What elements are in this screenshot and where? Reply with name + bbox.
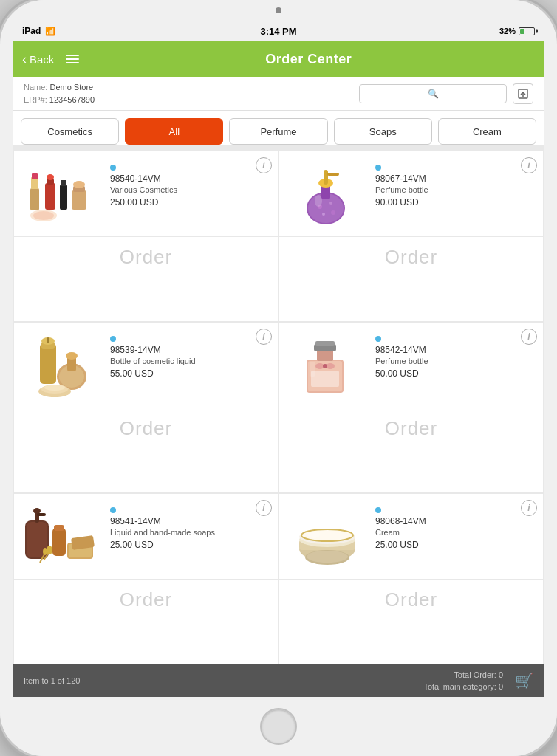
footer-items-count: Item to 1 of 120 [24, 676, 80, 685]
svg-point-69 [308, 531, 320, 538]
svg-point-60 [43, 548, 47, 555]
product-image-cosmetics [21, 159, 103, 233]
total-category-value: 0 [499, 682, 503, 691]
search-area: 🔍 [359, 83, 533, 104]
header-title: Order Center [82, 52, 535, 67]
product-image-perfume-purple [287, 159, 368, 233]
time-display: 3:14 PM [260, 26, 296, 37]
app-header: ‹ Back Order Center [13, 41, 544, 77]
svg-point-24 [331, 210, 335, 215]
svg-rect-19 [324, 170, 328, 185]
products-grid: 98540-14VM Various Cosmetics 250.00 USD … [13, 145, 544, 664]
svg-point-36 [44, 385, 65, 391]
erp-row: ERP#: 1234567890 [24, 94, 95, 106]
back-button[interactable]: ‹ Back [22, 52, 54, 66]
tab-cream[interactable]: Cream [438, 118, 536, 145]
svg-rect-20 [327, 173, 339, 176]
svg-point-68 [307, 551, 348, 563]
product-name-2: Bottle of cosmetic liquid [110, 357, 270, 365]
export-button[interactable] [513, 83, 533, 104]
svg-rect-52 [52, 528, 66, 556]
svg-rect-26 [40, 343, 56, 384]
svg-point-23 [322, 213, 325, 216]
status-bar: iPad 📶 3:14 PM 32% [13, 21, 544, 41]
tablet-top-bar [0, 0, 557, 21]
info-button-1[interactable]: i [521, 157, 537, 173]
product-sku-1: 98067-14VM [375, 173, 536, 184]
status-dot-1 [375, 165, 381, 171]
product-info-5: 98068-14VM Cream 25.00 USD [368, 501, 536, 550]
cart-icon[interactable]: 🛒 [515, 672, 533, 690]
battery-percentage: 32% [499, 27, 516, 35]
info-button-0[interactable]: i [256, 157, 272, 173]
total-order-value: 0 [499, 670, 503, 679]
camera-dot [276, 7, 281, 13]
store-name-row: Name: Demo Store [24, 81, 95, 94]
perfume-pink-svg [298, 334, 357, 400]
svg-point-12 [73, 181, 85, 188]
svg-rect-46 [310, 362, 315, 377]
svg-rect-53 [54, 525, 64, 531]
order-button-5[interactable]: Order [279, 579, 543, 620]
tab-cosmetics[interactable]: Cosmetics [21, 118, 119, 145]
product-info-1: 98067-14VM Perfume bottle 90.00 USD [368, 159, 536, 207]
product-price-2: 55.00 USD [110, 368, 270, 379]
battery-fill [520, 29, 524, 34]
svg-rect-51 [37, 513, 46, 516]
product-sku-3: 98542-14VM [375, 345, 536, 355]
cosmetics-svg [21, 162, 103, 229]
product-image-perfume-pink [287, 330, 368, 404]
status-right: 32% [499, 27, 535, 35]
info-button-2[interactable]: i [256, 329, 272, 345]
total-category-row: Total main category: 0 [423, 681, 503, 693]
product-sku-5: 98068-14VM [375, 516, 536, 526]
order-button-0[interactable]: Order [14, 236, 278, 278]
home-button[interactable] [260, 708, 297, 745]
product-card-top-4: 98541-14VM Liquid and hand-made soaps 25… [14, 494, 278, 579]
svg-rect-8 [60, 185, 67, 210]
order-button-1[interactable]: Order [279, 236, 543, 278]
svg-point-14 [33, 211, 54, 220]
product-card-0: 98540-14VM Various Cosmetics 250.00 USD … [13, 151, 278, 322]
order-button-4[interactable]: Order [14, 579, 278, 620]
perfume-purple-svg [298, 162, 357, 229]
total-order-label: Total Order: [454, 670, 496, 679]
svg-rect-29 [47, 337, 49, 343]
order-button-3[interactable]: Order [279, 408, 543, 449]
product-sku-4: 98541-14VM [110, 516, 270, 526]
app-footer: Item to 1 of 120 Total Order: 0 Total ma… [13, 664, 544, 697]
product-card-4: 98541-14VM Liquid and hand-made soaps 25… [13, 493, 278, 664]
tab-perfume[interactable]: Perfume [229, 118, 327, 145]
info-button-3[interactable]: i [521, 329, 537, 345]
info-button-5[interactable]: i [521, 500, 537, 516]
total-category-label: Total main category: [423, 682, 496, 691]
search-box[interactable]: 🔍 [359, 84, 507, 103]
product-name-5: Cream [375, 528, 536, 537]
svg-rect-4 [32, 173, 38, 179]
tab-soaps[interactable]: Soaps [334, 118, 432, 145]
product-price-3: 50.00 USD [375, 368, 536, 379]
product-info-0: 98540-14VM Various Cosmetics 250.00 USD [103, 159, 270, 207]
export-icon [518, 89, 528, 99]
product-info-4: 98541-14VM Liquid and hand-made soaps 25… [103, 501, 270, 550]
product-image-soaps [21, 501, 103, 575]
product-price-4: 25.00 USD [110, 540, 270, 550]
back-chevron-icon: ‹ [22, 52, 27, 66]
svg-rect-9 [61, 180, 66, 186]
hamburger-button[interactable] [63, 52, 82, 66]
tablet-bottom [0, 697, 557, 756]
status-dot-2 [110, 336, 116, 342]
product-price-0: 250.00 USD [110, 197, 270, 207]
product-card-top-0: 98540-14VM Various Cosmetics 250.00 USD … [14, 151, 278, 236]
name-label: Name: [24, 83, 47, 92]
product-image-cream [287, 501, 368, 575]
erp-label: ERP#: [24, 95, 47, 104]
liquid-svg [21, 336, 103, 399]
order-button-2[interactable]: Order [14, 408, 278, 449]
product-name-1: Perfume bottle [375, 185, 536, 194]
product-card-top-3: 98542-14VM Perfume bottle 50.00 USD i [279, 323, 543, 408]
tab-all[interactable]: All [125, 118, 223, 145]
product-sku-0: 98540-14VM [110, 173, 270, 184]
info-button-4[interactable]: i [256, 500, 272, 516]
product-name-4: Liquid and hand-made soaps [110, 528, 270, 537]
